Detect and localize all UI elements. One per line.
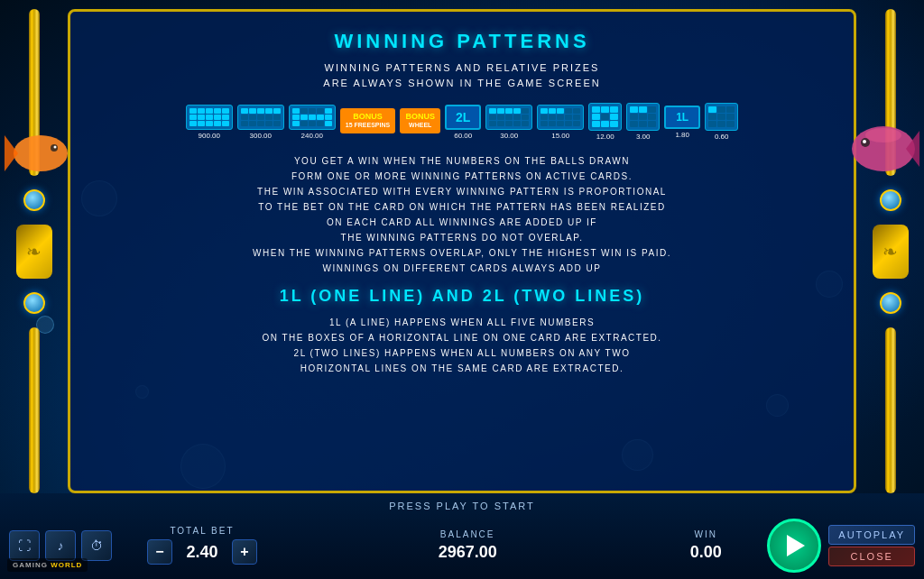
pattern-label-240: 240.00 [301,132,323,140]
pattern-240: 240.00 [289,105,336,140]
main-panel: WINNING PATTERNS WINNING PATTERNS AND RE… [68,9,856,493]
pattern-label-3: 3.00 [636,133,651,141]
pattern-grid-4top [485,105,532,130]
sound-icon: ♪ [58,538,64,553]
oneline-badge: 1L [664,106,700,129]
svg-marker-1 [5,135,18,171]
pattern-label-2l: 60.00 [454,132,472,140]
section-description: 1L (A LINE) HAPPENS WHEN ALL FIVE NUMBER… [97,315,827,376]
pattern-label-single: 0.60 [715,133,729,141]
bonus-freespins: BONUS 15 FREESPINS [340,108,395,133]
total-bet-label: TOTAL BET [170,526,234,536]
balance-value: 2967.00 [439,543,497,562]
fish-right-decoration [847,90,924,207]
logo-brand: GAMING [13,561,48,569]
pattern-12: 12.00 [588,103,622,141]
close-button[interactable]: CLOSE [828,547,915,566]
win-section: WIN 0.00 [651,529,760,562]
pattern-2l: 2L 60.00 [445,105,481,140]
bet-value: 2.40 [180,543,225,562]
main-description: YOU GET A WIN WHEN THE NUMBERS ON THE BA… [97,153,827,276]
pattern-grid-single [705,103,738,131]
bet-increase-button[interactable]: + [232,539,257,565]
win-value: 0.00 [690,543,722,562]
pattern-900: 900.00 [186,105,233,140]
fish-left-decoration [0,108,68,198]
pattern-bonus2: BONUS WHEEL [400,108,440,134]
twolines-badge: 2L [445,105,481,130]
fullscreen-button[interactable]: ⛶ [9,530,40,561]
svg-point-8 [865,128,901,142]
pattern-label-12: 12.00 [596,133,614,141]
sound-button[interactable]: ♪ [45,530,76,561]
pattern-label-900: 900.00 [199,132,220,140]
patterns-row: 900.00 300.00 240.00 BONUS 15 FREES [97,103,827,141]
logo-brand2: WORLD [51,561,82,569]
history-icon: ⏱ [90,538,103,553]
pattern-3: 3.00 [626,103,660,141]
play-icon [787,535,805,556]
pattern-grid-toprow [237,105,284,130]
pattern-label-15: 15.00 [551,132,569,140]
win-label: WIN [695,529,717,539]
bet-controls: − 2.40 + [147,539,257,565]
plus-icon: + [240,544,248,560]
bet-section: TOTAL BET − 2.40 + [121,526,283,565]
pattern-single: 0.60 [705,103,738,141]
balance-section: BALANCE 2967.00 [283,529,651,562]
panel-subtitle: WINNING PATTERNS AND RELATIVE PRIZES ARE… [97,60,827,90]
section-title: 1L (ONE LINE) AND 2L (TWO LINES) [97,287,827,306]
pattern-label-30: 30.00 [500,132,518,140]
panel-title: WINNING PATTERNS [97,30,827,53]
pattern-grid-3line [537,105,584,130]
pattern-15: 15.00 [537,105,584,140]
autoplay-close-group: AUTOPLAY CLOSE [828,525,915,566]
bottom-bar: PRESS PLAY TO START ⛶ ♪ ⏱ TOTAL BET − 2.… [0,493,924,579]
pattern-grid-full [186,105,233,130]
pattern-300: 300.00 [237,105,284,140]
bubble [36,316,54,334]
autoplay-button[interactable]: AUTOPLAY [828,525,915,545]
fullscreen-icon: ⛶ [18,538,31,553]
pattern-1l: 1L 1.80 [664,106,700,139]
balance-label: BALANCE [440,529,495,539]
history-button[interactable]: ⏱ [81,530,112,561]
pattern-grid-two [626,103,660,131]
pattern-bonus1: BONUS 15 FREESPINS [340,108,395,134]
pattern-30: 30.00 [485,105,532,140]
pattern-grid-hline [289,105,336,130]
pattern-label-1l: 1.80 [675,131,689,139]
minus-icon: − [155,544,163,560]
press-play-text: PRESS PLAY TO START [389,501,535,511]
gaming-world-logo: GAMING WORLD [7,558,88,572]
svg-point-3 [54,146,57,149]
bonus-wheel: BONUS WHEEL [400,108,440,133]
svg-point-7 [863,140,866,143]
left-icons: ⛶ ♪ ⏱ [9,530,112,561]
svg-point-0 [14,135,68,171]
pattern-label-300: 300.00 [250,132,272,140]
play-button[interactable] [767,519,821,573]
pattern-grid-corner [588,103,622,131]
bet-decrease-button[interactable]: − [147,539,172,565]
